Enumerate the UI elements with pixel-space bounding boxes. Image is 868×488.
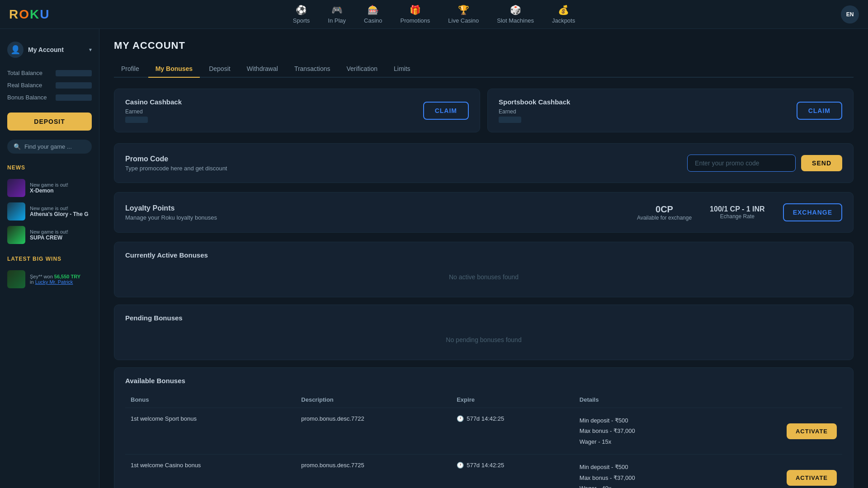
loyalty-rate-label: Echange Rate xyxy=(710,213,765,220)
nav-item-promotions[interactable]: 🎁 Promotions xyxy=(401,5,430,24)
sportsbook-cashback-info: Sportsbook Cashback Earned xyxy=(499,98,570,123)
bonus-desc-1: promo.bonus.desc.7725 xyxy=(296,455,451,488)
win-thumb-1 xyxy=(7,270,25,288)
real-balance-value xyxy=(56,82,92,89)
avatar: 👤 xyxy=(7,42,24,58)
tab-profile[interactable]: Profile xyxy=(114,61,146,78)
search-bar[interactable]: 🔍 Find your game ... xyxy=(7,140,92,154)
casino-cashback-title: Casino Cashback xyxy=(125,98,182,106)
loyalty-rate-value: 100/1 CP - 1 INR xyxy=(710,205,765,213)
nav-item-livecasino[interactable]: 🏆 Live Casino xyxy=(448,5,479,24)
bonus-details-1: Min deposit - ₹500Max bonus - ₹37,000Wag… xyxy=(574,455,714,488)
casino-icon: 🎰 xyxy=(368,5,379,15)
promo-code-input[interactable] xyxy=(687,155,796,172)
bonus-details-0: Min deposit - ₹500Max bonus - ₹37,000Wag… xyxy=(574,408,714,455)
balance-section: Total Balance Real Balance Bonus Balance xyxy=(0,63,99,107)
promo-title: Promo Code xyxy=(125,155,227,163)
bonus-expire-1: 🕐577d 14:42:25 xyxy=(451,455,574,488)
active-bonuses-title: Currently Active Bonuses xyxy=(125,251,842,259)
sidebar: 👤 My Account ▾ Total Balance Real Balanc… xyxy=(0,29,99,488)
cashback-row: Casino Cashback Earned CLAIM Sportsbook … xyxy=(114,89,854,132)
col-expire: Expire xyxy=(451,392,574,408)
nav-label-jackpots: Jackpots xyxy=(552,17,575,24)
nav-item-slots[interactable]: 🎲 Slot Machines xyxy=(497,5,534,24)
logo-u: U xyxy=(40,7,50,21)
loyalty-points-value: 0CP xyxy=(637,204,692,215)
logo-o: O xyxy=(19,7,30,21)
clock-icon: 🕐 xyxy=(457,462,464,469)
bonus-expire-0: 🕐577d 14:42:25 xyxy=(451,408,574,455)
promo-desc: Type promocode here and get discount xyxy=(125,165,227,172)
clock-icon: 🕐 xyxy=(457,415,464,422)
news-item-3[interactable]: New game is out! SUPA CREW xyxy=(7,223,92,247)
news-text-2: New game is out! Athena's Glory - The G xyxy=(30,206,89,217)
nav-item-sports[interactable]: ⚽ Sports xyxy=(293,5,310,24)
sports-icon: ⚽ xyxy=(296,5,307,15)
exchange-button[interactable]: EXCHANGE xyxy=(783,203,842,221)
win-in: in xyxy=(30,279,34,285)
tab-my-bonuses[interactable]: My Bonuses xyxy=(148,61,200,78)
win-text-1: Şey** won 56,550 TRY in Lucky Mr. Patric… xyxy=(30,274,80,285)
send-button[interactable]: SEND xyxy=(801,155,842,171)
total-balance-label: Total Balance xyxy=(7,70,42,76)
win-game[interactable]: Lucky Mr. Patrick xyxy=(35,279,73,285)
logo[interactable]: ROKU xyxy=(9,7,50,22)
loyalty-desc: Manage your Roku loyalty bonuses xyxy=(125,214,217,221)
nav-items: ⚽ Sports 🎮 In Play 🎰 Casino 🎁 Promotions… xyxy=(293,5,575,24)
casino-claim-button[interactable]: CLAIM xyxy=(423,102,469,120)
tab-verification[interactable]: Verification xyxy=(340,61,385,78)
news-thumb-3 xyxy=(7,226,25,244)
win-user: Şey** won xyxy=(30,274,53,279)
sidebar-account[interactable]: 👤 My Account ▾ xyxy=(0,36,99,63)
col-details: Details xyxy=(574,392,714,408)
nav-item-inplay[interactable]: 🎮 In Play xyxy=(328,5,346,24)
search-icon: 🔍 xyxy=(14,143,21,150)
pending-bonuses-empty: No pending bonuses found xyxy=(125,329,842,351)
big-wins-section: LATEST BIG WINS Şey** won 56,550 TRY in … xyxy=(0,250,99,295)
casino-cashback-card: Casino Cashback Earned CLAIM xyxy=(114,89,480,132)
sportsbook-cashback-earned-label: Earned xyxy=(499,108,570,115)
table-row: 1st welcome Casino bonus promo.bonus.des… xyxy=(125,455,842,488)
win-amount: 56,550 TRY xyxy=(54,274,80,279)
loyalty-info: Loyalty Points Manage your Roku loyalty … xyxy=(125,204,217,221)
bonus-name-1: 1st welcome Casino bonus xyxy=(125,455,296,488)
activate-button-1[interactable]: ACTIVATE xyxy=(787,470,837,486)
sportsbook-cashback-amount xyxy=(499,117,521,123)
promo-section: Promo Code Type promocode here and get d… xyxy=(114,143,854,183)
nav-item-jackpots[interactable]: 💰 Jackpots xyxy=(552,5,575,24)
nav-item-casino[interactable]: 🎰 Casino xyxy=(364,5,382,24)
nav-label-promotions: Promotions xyxy=(401,17,430,24)
nav-label-sports: Sports xyxy=(293,17,310,24)
loyalty-rate-box: 100/1 CP - 1 INR Echange Rate xyxy=(710,205,765,220)
total-balance-value xyxy=(56,70,92,76)
news-text-3: New game is out! SUPA CREW xyxy=(30,229,68,241)
loyalty-points-box: 0CP Available for exchange xyxy=(637,204,692,221)
bonus-desc-0: promo.bonus.desc.7722 xyxy=(296,408,451,455)
news-thumb-2 xyxy=(7,202,25,221)
news-section: NEWS New game is out! X-Demon New game i… xyxy=(0,157,99,250)
sportsbook-claim-button[interactable]: CLAIM xyxy=(797,102,842,120)
active-bonuses-section: Currently Active Bonuses No active bonus… xyxy=(114,242,854,297)
bonus-table: Bonus Description Expire Details 1st wel… xyxy=(125,392,842,488)
deposit-button[interactable]: DEPOSIT xyxy=(7,113,92,131)
nav-label-inplay: In Play xyxy=(328,17,346,24)
tab-deposit[interactable]: Deposit xyxy=(202,61,237,78)
loyalty-title: Loyalty Points xyxy=(125,204,217,212)
available-bonuses-title: Available Bonuses xyxy=(125,377,842,385)
bonus-balance-value xyxy=(56,94,92,101)
col-action xyxy=(714,392,842,408)
casino-cashback-amount xyxy=(125,117,148,123)
bonus-balance-row: Bonus Balance xyxy=(7,91,92,103)
tab-withdrawal[interactable]: Withdrawal xyxy=(240,61,285,78)
activate-button-0[interactable]: ACTIVATE xyxy=(787,423,837,439)
tab-transactions[interactable]: Transactions xyxy=(287,61,338,78)
news-item-1[interactable]: New game is out! X-Demon xyxy=(7,176,92,200)
promotions-icon: 🎁 xyxy=(410,5,421,15)
tab-limits[interactable]: Limits xyxy=(387,61,418,78)
language-button[interactable]: EN xyxy=(841,5,859,23)
nav-label-slots: Slot Machines xyxy=(497,17,534,24)
sportsbook-cashback-card: Sportsbook Cashback Earned CLAIM xyxy=(487,89,854,132)
news-item-2[interactable]: New game is out! Athena's Glory - The G xyxy=(7,200,92,223)
search-placeholder: Find your game ... xyxy=(24,143,72,150)
real-balance-row: Real Balance xyxy=(7,79,92,91)
